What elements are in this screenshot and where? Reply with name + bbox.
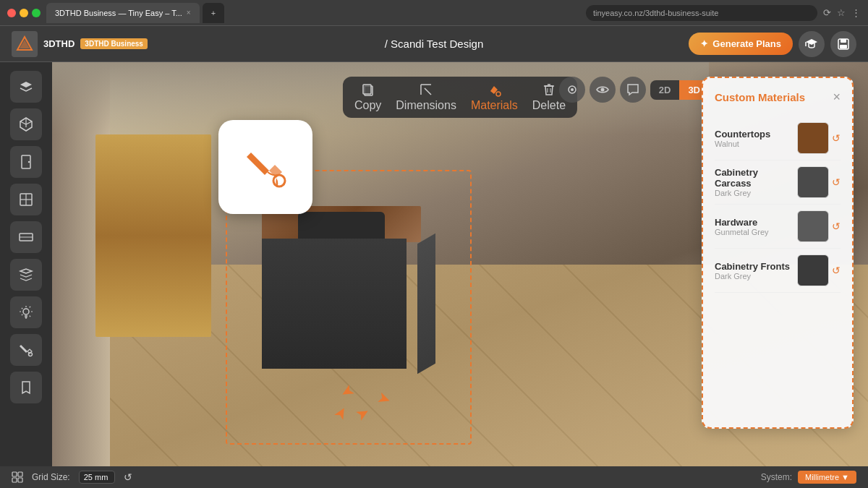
material-swatch-1[interactable]	[797, 166, 829, 198]
2d-view-btn[interactable]: 2D	[650, 80, 680, 100]
custom-materials-panel: Custom Materials × Countertops Walnut ↺ …	[702, 77, 854, 429]
browser-controls	[7, 9, 41, 17]
system-dropdown-btn[interactable]: Millimetre ▼	[798, 471, 856, 484]
paint-bucket-popup-icon	[240, 142, 291, 192]
material-item-2[interactable]: Hardware Gunmetal Grey ↺	[715, 205, 841, 249]
dimensions-label: Dimensions	[396, 99, 456, 112]
tab-close-btn[interactable]: ×	[187, 9, 191, 17]
material-reset-btn-3[interactable]: ↺	[832, 265, 841, 276]
cabinet-front	[262, 239, 407, 369]
svg-rect-32	[18, 478, 22, 482]
material-name-3: Cabinetry Fronts	[715, 261, 797, 272]
material-sub-3: Dark Grey	[715, 272, 797, 281]
grid-reset-btn[interactable]: ↺	[124, 471, 132, 483]
cube-icon	[18, 116, 34, 132]
cabinet-side	[417, 234, 435, 374]
browser-bar: 3DTHD Business — Tiny Easy – T... × + ti…	[0, 0, 868, 26]
material-swatch-wrap-0: ↺	[797, 122, 841, 154]
sidebar-stack-btn[interactable]	[10, 259, 42, 291]
help-button[interactable]	[799, 31, 825, 57]
sidebar-door-btn[interactable]	[10, 146, 42, 178]
material-info-0: Countertops Walnut	[715, 129, 797, 148]
camera-view-btn[interactable]	[559, 77, 585, 103]
light-icon	[18, 304, 34, 320]
material-reset-btn-2[interactable]: ↺	[832, 221, 841, 232]
browser-tab-active[interactable]: 3DTHD Business — Tiny Easy – T... ×	[46, 3, 200, 23]
material-list: Countertops Walnut ↺ Cabinetry Carcass D…	[715, 116, 841, 293]
system-value: Millimetre	[805, 473, 839, 481]
design-title: / Scandi Test Design	[385, 38, 483, 50]
material-sub-0: Walnut	[715, 140, 797, 148]
svg-point-15	[29, 353, 33, 356]
paint-tool-popup	[218, 120, 312, 214]
panel-title: Custom Materials	[715, 91, 805, 103]
material-reset-btn-1[interactable]: ↺	[832, 176, 841, 188]
toolbar-materials[interactable]: Materials	[471, 82, 518, 112]
material-item-3[interactable]: Cabinetry Fronts Dark Grey ↺	[715, 249, 841, 293]
window-icon	[18, 192, 34, 207]
paint-bucket-sidebar-icon	[18, 342, 34, 358]
material-item-0[interactable]: Countertops Walnut ↺	[715, 116, 841, 160]
url-text: tinyeasy.co.nz/3dthd-business-suite	[593, 9, 718, 17]
copy-icon	[361, 82, 375, 97]
toolbar-copy[interactable]: Copy	[354, 82, 381, 112]
materials-icon	[487, 82, 501, 97]
generate-icon: ✦	[700, 38, 708, 49]
material-swatch-2[interactable]	[797, 210, 829, 242]
sidebar-panel-btn[interactable]	[10, 221, 42, 253]
bottom-bar: Grid Size: ↺ System: Millimetre ▼	[0, 466, 868, 488]
material-item-1[interactable]: Cabinetry Carcass Dark Grey ↺	[715, 160, 841, 205]
tab-title: 3DTHD Business — Tiny Easy – T...	[55, 9, 182, 17]
delete-icon	[542, 82, 556, 97]
new-tab-icon: +	[211, 9, 216, 17]
grid-size-input[interactable]	[79, 471, 115, 484]
chat-btn[interactable]	[620, 77, 646, 103]
material-info-1: Cabinetry Carcass Dark Grey	[715, 167, 797, 197]
sidebar-bookmark-btn[interactable]	[10, 372, 42, 403]
graduation-icon	[805, 38, 818, 51]
cabinet-3d-object[interactable]	[262, 206, 421, 394]
browser-maximize-btn[interactable]	[32, 9, 41, 17]
browser-close-btn[interactable]	[7, 9, 16, 17]
sidebar-window-btn[interactable]	[10, 184, 42, 215]
dimensions-icon	[419, 82, 433, 97]
materials-label: Materials	[471, 99, 518, 112]
browser-icon-2[interactable]: ☆	[837, 7, 846, 18]
material-reset-btn-0[interactable]: ↺	[832, 132, 841, 144]
browser-icon-1[interactable]: ⟳	[823, 7, 831, 18]
svg-rect-30	[18, 472, 22, 476]
browser-icon-3[interactable]: ⋮	[851, 7, 861, 18]
chat-icon	[626, 83, 639, 96]
header-actions: ✦ Generate Plans	[689, 31, 856, 57]
toolbar-dimensions[interactable]: Dimensions	[396, 82, 456, 112]
material-swatch-0[interactable]	[797, 122, 829, 154]
svg-rect-3	[841, 39, 846, 43]
material-swatch-3[interactable]	[797, 254, 829, 286]
view-mode-btn[interactable]	[590, 77, 616, 103]
svg-rect-31	[12, 478, 17, 482]
panel-close-button[interactable]: ×	[833, 90, 841, 105]
material-swatch-wrap-2: ↺	[797, 210, 841, 242]
logo-area: 3DTHD 3DTHD Business	[12, 31, 148, 57]
sidebar-light-btn[interactable]	[10, 296, 42, 328]
logo-text: 3DTHD	[43, 38, 75, 49]
layers-icon	[18, 79, 34, 95]
svg-point-27	[571, 88, 574, 91]
eye-icon	[596, 83, 609, 96]
grid-icon	[12, 471, 23, 483]
system-selector: System: Millimetre ▼	[761, 471, 856, 484]
sidebar-3d-btn[interactable]	[10, 108, 42, 140]
sidebar-layers-btn[interactable]	[10, 71, 42, 103]
material-info-3: Cabinetry Fronts Dark Grey	[715, 261, 797, 281]
svg-point-12	[23, 309, 29, 314]
save-button[interactable]	[830, 31, 856, 57]
svg-point-6	[28, 161, 30, 163]
sidebar-paint-btn[interactable]	[10, 334, 42, 366]
generate-plans-button[interactable]: ✦ Generate Plans	[689, 33, 793, 55]
browser-minimize-btn[interactable]	[20, 9, 28, 17]
system-label: System:	[761, 472, 792, 482]
browser-tab-new[interactable]: +	[203, 3, 224, 23]
svg-point-16	[273, 175, 285, 187]
browser-address-bar[interactable]: tinyeasy.co.nz/3dthd-business-suite	[586, 5, 817, 21]
panel-icon	[18, 229, 34, 245]
